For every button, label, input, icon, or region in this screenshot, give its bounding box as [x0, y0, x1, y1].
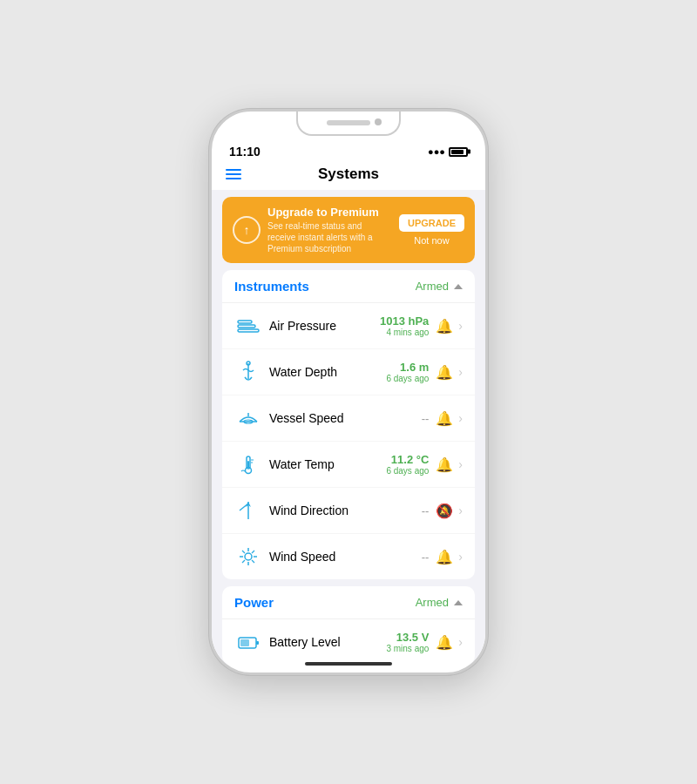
wind-direction-value: -- [422, 504, 430, 517]
svg-line-19 [242, 551, 245, 553]
svg-line-21 [252, 551, 254, 553]
status-time: 11:10 [229, 145, 261, 159]
water-depth-bell-icon[interactable]: 🔔 [436, 364, 453, 381]
svg-line-22 [242, 560, 245, 563]
air-pressure-icon [234, 312, 262, 340]
main-content: ↑ Upgrade to Premium See real-time statu… [212, 190, 485, 664]
water-temp-value: 11.2 °C 6 days ago [386, 453, 429, 476]
vessel-speed-row[interactable]: Vessel Speed -- 🔔 › [222, 395, 475, 442]
power-section: Power Armed Battery Level 13.5 V [222, 586, 475, 664]
vessel-speed-bell-icon[interactable]: 🔔 [436, 410, 453, 427]
air-pressure-label: Air Pressure [269, 319, 380, 333]
upgrade-buttons: UPGRADE Not now [399, 214, 464, 246]
wind-speed-icon [234, 543, 262, 571]
water-depth-chevron-icon: › [458, 365, 463, 379]
upgrade-description: See real-time status and receive instant… [267, 220, 392, 254]
battery-level-chevron-icon: › [458, 635, 463, 649]
battery-level-row[interactable]: Battery Level 13.5 V 3 mins ago 🔔 › [222, 619, 475, 664]
page-title: Systems [318, 166, 379, 183]
wind-direction-bell-icon[interactable]: 🔕 [436, 503, 453, 519]
upgrade-button[interactable]: UPGRADE [399, 214, 464, 232]
water-depth-label: Water Depth [269, 365, 386, 379]
wind-speed-row[interactable]: Wind Speed -- 🔔 › [222, 534, 475, 579]
water-temp-row[interactable]: Water Temp 11.2 °C 6 days ago 🔔 › [222, 442, 475, 488]
svg-rect-0 [238, 329, 259, 332]
battery-level-label: Battery Level [269, 635, 386, 649]
instruments-status-label: Armed [416, 280, 449, 293]
svg-rect-25 [240, 639, 249, 646]
air-pressure-chevron-icon: › [458, 319, 463, 333]
upgrade-arrow-icon: ↑ [233, 216, 261, 244]
wind-speed-bell-icon[interactable]: 🔔 [436, 549, 453, 565]
wifi-icon: ●●● [428, 146, 445, 157]
wind-direction-icon [234, 497, 262, 524]
air-pressure-bell-icon[interactable]: 🔔 [436, 318, 453, 335]
upgrade-banner: ↑ Upgrade to Premium See real-time statu… [222, 197, 475, 263]
vessel-speed-label: Vessel Speed [269, 411, 422, 425]
water-temp-chevron-icon: › [458, 457, 463, 471]
app-header: Systems [212, 162, 485, 190]
wind-direction-row[interactable]: Wind Direction -- 🔕 › [222, 488, 475, 534]
instruments-title: Instruments [234, 279, 309, 294]
svg-point-14 [245, 553, 252, 560]
not-now-button[interactable]: Not now [399, 235, 464, 246]
power-header: Power Armed [222, 586, 475, 619]
svg-rect-2 [238, 321, 252, 323]
vessel-speed-icon [234, 404, 262, 432]
power-status: Armed [416, 596, 463, 609]
instruments-section: Instruments Armed Air Pressure 10 [222, 270, 475, 579]
phone-frame: 11:10 ●●● Systems ↑ Upgrade to Premium S… [209, 109, 488, 675]
svg-rect-8 [247, 461, 249, 468]
phone-camera [375, 118, 382, 125]
power-status-label: Armed [416, 596, 449, 609]
power-title: Power [234, 595, 274, 610]
instruments-collapse-icon[interactable] [454, 284, 463, 289]
battery-level-value: 13.5 V 3 mins ago [386, 631, 429, 653]
water-temp-bell-icon[interactable]: 🔔 [436, 456, 453, 473]
status-icons: ●●● [428, 146, 468, 157]
air-pressure-row[interactable]: Air Pressure 1013 hPa 4 mins ago 🔔 › [222, 303, 475, 349]
svg-line-20 [252, 560, 254, 563]
upgrade-title: Upgrade to Premium [267, 206, 392, 219]
battery-icon [449, 147, 468, 157]
wind-speed-chevron-icon: › [458, 550, 463, 564]
home-indicator[interactable] [305, 662, 392, 666]
wind-direction-chevron-icon: › [458, 504, 463, 517]
water-temp-icon [234, 450, 262, 478]
wind-direction-label: Wind Direction [269, 504, 422, 517]
hamburger-menu-icon[interactable] [226, 169, 241, 179]
wind-speed-label: Wind Speed [269, 550, 422, 564]
instruments-status: Armed [416, 280, 463, 293]
battery-level-bell-icon[interactable]: 🔔 [436, 634, 453, 651]
svg-rect-24 [256, 641, 259, 645]
phone-speaker [327, 120, 370, 125]
water-temp-label: Water Temp [269, 457, 386, 471]
air-pressure-value: 1013 hPa 4 mins ago [380, 314, 429, 337]
status-bar: 11:10 ●●● [212, 136, 485, 162]
battery-level-icon [234, 628, 262, 656]
svg-rect-1 [238, 325, 255, 328]
vessel-speed-value: -- [422, 412, 430, 425]
wind-speed-value: -- [422, 551, 430, 564]
water-depth-value: 1.6 m 6 days ago [386, 361, 429, 383]
water-depth-icon [234, 358, 262, 386]
vessel-speed-chevron-icon: › [458, 411, 463, 425]
water-depth-row[interactable]: Water Depth 1.6 m 6 days ago 🔔 › [222, 349, 475, 395]
power-collapse-icon[interactable] [454, 600, 463, 605]
instruments-header: Instruments Armed [222, 270, 475, 303]
upgrade-text-area: Upgrade to Premium See real-time status … [267, 206, 392, 254]
